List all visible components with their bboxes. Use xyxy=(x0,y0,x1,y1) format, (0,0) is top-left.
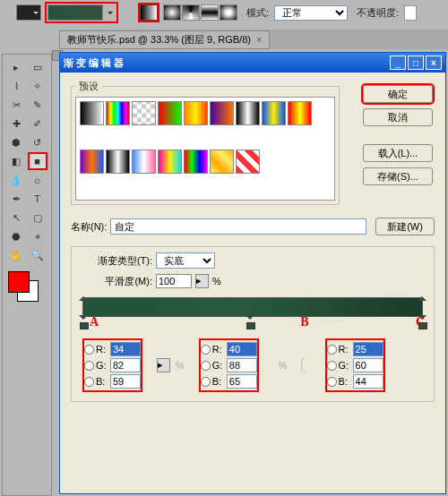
3d-tool[interactable]: ⬣ xyxy=(6,227,26,245)
blend-mode-select[interactable]: 正常 xyxy=(274,5,348,21)
minimize-icon[interactable]: _ xyxy=(390,56,406,70)
r-label: R: xyxy=(96,344,108,355)
radio-b-a[interactable] xyxy=(84,377,94,387)
preset-swatch[interactable] xyxy=(210,150,234,174)
opacity-input[interactable] xyxy=(404,5,417,21)
rgb-group-c: R: G: B: xyxy=(327,342,383,389)
r-input-b[interactable] xyxy=(227,342,257,356)
b-label: B: xyxy=(96,376,108,387)
stamp-tool[interactable]: ⬢ xyxy=(6,133,26,151)
eraser-tool[interactable]: ◧ xyxy=(6,152,26,170)
maximize-icon[interactable]: □ xyxy=(408,56,424,70)
preset-swatch[interactable] xyxy=(236,150,260,174)
foreground-color[interactable] xyxy=(8,271,30,293)
angle-gradient-button[interactable] xyxy=(182,4,200,21)
preset-swatch[interactable] xyxy=(158,150,182,174)
preset-swatch[interactable] xyxy=(132,150,156,174)
b-input-a[interactable] xyxy=(110,374,141,389)
radio-g-b[interactable] xyxy=(201,361,211,371)
diamond-gradient-button[interactable] xyxy=(220,4,237,21)
g-input-a[interactable] xyxy=(110,358,141,372)
linear-gradient-button[interactable] xyxy=(140,4,158,21)
gradient-swatch-highlight xyxy=(45,2,118,23)
shape-tool[interactable]: ▢ xyxy=(28,209,47,227)
cancel-button[interactable]: 取消 xyxy=(363,108,433,126)
camera-tool[interactable]: ⌖ xyxy=(28,227,47,245)
wand-tool[interactable]: ✧ xyxy=(28,77,47,95)
radio-r-b[interactable] xyxy=(201,345,211,355)
preset-swatch[interactable] xyxy=(132,101,156,125)
brush-tool[interactable]: ✐ xyxy=(28,115,47,133)
new-button[interactable]: 新建(W) xyxy=(375,218,435,235)
preset-swatch[interactable] xyxy=(106,101,130,125)
crop-tool[interactable]: ✂ xyxy=(6,96,26,114)
radio-b-c[interactable] xyxy=(327,377,337,387)
preset-swatch[interactable] xyxy=(106,150,130,174)
preset-swatch[interactable] xyxy=(288,101,312,125)
preset-swatch[interactable] xyxy=(210,101,234,125)
opacity-stop-left[interactable] xyxy=(79,288,88,297)
r-input-c[interactable] xyxy=(353,342,383,356)
preset-swatch[interactable] xyxy=(80,101,104,125)
smoothness-stepper[interactable]: ▸ xyxy=(195,274,209,288)
close-tab-icon[interactable]: × xyxy=(256,34,262,45)
r-input-a[interactable] xyxy=(110,342,141,356)
save-button[interactable]: 存储(S)... xyxy=(363,167,433,185)
preset-swatch[interactable] xyxy=(80,150,104,174)
marquee-tool[interactable]: ▭ xyxy=(28,58,47,76)
preset-swatch[interactable] xyxy=(262,101,286,125)
radio-g-a[interactable] xyxy=(84,361,94,371)
smoothness-input[interactable] xyxy=(156,274,192,288)
tool-preset-dropdown[interactable] xyxy=(16,4,41,21)
radio-b-b[interactable] xyxy=(201,377,211,387)
preset-swatch[interactable] xyxy=(158,101,182,125)
pen-tool[interactable]: ✒ xyxy=(6,190,26,208)
opacity-stop-right[interactable] xyxy=(418,288,426,297)
g-input-c[interactable] xyxy=(353,358,383,372)
presets-group: 预设 xyxy=(71,80,340,205)
dodge-tool[interactable]: ☼ xyxy=(28,171,47,189)
b-input-b[interactable] xyxy=(227,374,257,389)
ok-button[interactable]: 确定 xyxy=(363,85,433,103)
healing-tool[interactable]: ✚ xyxy=(6,115,26,133)
radio-g-c[interactable] xyxy=(327,361,337,371)
dialog-titlebar[interactable]: 渐 变 编 辑 器 _ □ × xyxy=(60,53,445,73)
name-label: 名称(N): xyxy=(71,220,107,234)
radial-gradient-button[interactable] xyxy=(163,4,181,21)
gradient-tool[interactable]: ■ xyxy=(28,152,47,170)
lasso-tool[interactable]: ⌇ xyxy=(6,77,26,95)
preset-swatch[interactable] xyxy=(236,101,260,125)
eyedropper-tool[interactable]: ✎ xyxy=(28,96,47,114)
rgb-group-c-highlight: R: G: B: xyxy=(325,338,385,392)
gradient-name-input[interactable] xyxy=(110,218,366,235)
color-stop-a[interactable] xyxy=(79,319,88,328)
radio-r-a[interactable] xyxy=(84,345,94,355)
g-input-b[interactable] xyxy=(227,358,257,372)
color-stop-b[interactable] xyxy=(246,319,254,328)
move-tool[interactable]: ▸ xyxy=(6,58,26,76)
load-button[interactable]: 载入(L)... xyxy=(363,144,433,162)
path-select-tool[interactable]: ↖ xyxy=(6,209,26,227)
close-icon[interactable]: × xyxy=(426,56,442,70)
gradient-type-group xyxy=(163,4,237,21)
zoom-tool[interactable]: 🔍 xyxy=(28,246,47,264)
preset-swatch[interactable] xyxy=(184,101,208,125)
presets-list[interactable] xyxy=(75,97,335,201)
radio-r-c[interactable] xyxy=(327,345,337,355)
pos-stepper-a[interactable]: ▸ xyxy=(157,358,170,372)
marker-b: B xyxy=(300,315,308,329)
pct-ghost-b: % xyxy=(279,360,288,371)
history-brush-tool[interactable]: ↺ xyxy=(28,133,47,151)
gradient-preview-bar[interactable] xyxy=(82,297,423,317)
preset-swatch[interactable] xyxy=(184,150,208,174)
b-input-c[interactable] xyxy=(353,374,383,389)
document-tab[interactable]: 教师节快乐.psd @ 33.3% (图层 9, RGB/8) × xyxy=(59,30,270,49)
hand-tool[interactable]: ✋ xyxy=(6,246,26,264)
gradient-type-highlight xyxy=(138,3,159,22)
gradient-picker[interactable] xyxy=(47,4,103,21)
percent-label: % xyxy=(212,276,221,286)
reflected-gradient-button[interactable] xyxy=(201,4,219,21)
type-tool[interactable]: T xyxy=(28,190,47,208)
gradient-type-select[interactable]: 实底 xyxy=(156,252,215,269)
blur-tool[interactable]: 💧 xyxy=(6,171,26,189)
